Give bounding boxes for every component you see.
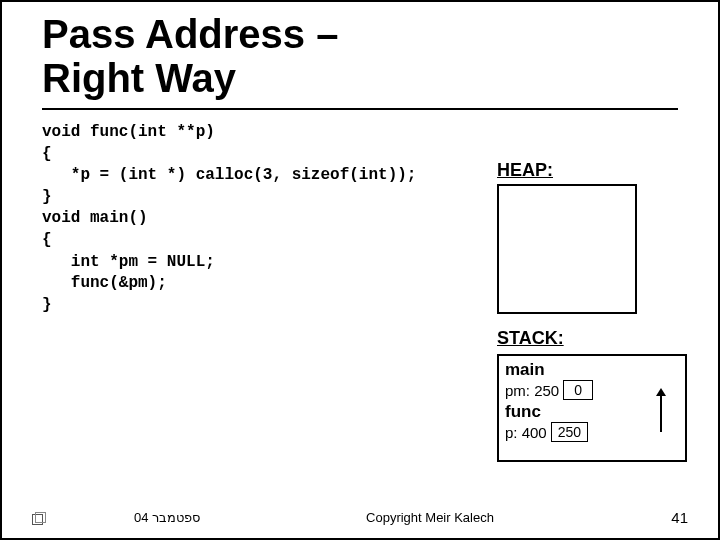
pointer-arrow: [660, 394, 662, 432]
code-line-7: func(&pm);: [42, 274, 167, 292]
frame-func-val: 250: [551, 422, 588, 442]
code-line-4: void main(): [42, 209, 148, 227]
frame-main-title: main: [505, 360, 679, 380]
code-line-2: *p = (int *) calloc(3, sizeof(int));: [42, 166, 416, 184]
frame-main-var: pm: 250: [505, 382, 563, 399]
heap-box: [497, 184, 637, 314]
frame-func-title: func: [505, 402, 679, 422]
code-line-3: }: [42, 188, 52, 206]
frame-main-val: 0: [563, 380, 593, 400]
stack-label: STACK:: [497, 328, 564, 349]
slide-title-line2: Right Way: [42, 56, 236, 100]
code-line-0: void func(int **p): [42, 123, 215, 141]
heap-label: HEAP:: [497, 160, 553, 181]
code-line-8: }: [42, 296, 52, 314]
footer: ספטמבר 04 Copyright Meir Kalech 41: [2, 509, 718, 526]
code-line-1: {: [42, 145, 52, 163]
frame-func-var: p: 400: [505, 424, 551, 441]
frame-main-row: pm: 250 0: [505, 380, 679, 400]
footer-page: 41: [628, 509, 688, 526]
code-line-6: int *pm = NULL;: [42, 253, 215, 271]
footer-date: ספטמבר 04: [32, 510, 232, 525]
frame-func-row: p: 400 250: [505, 422, 679, 442]
footer-copyright: Copyright Meir Kalech: [232, 510, 628, 525]
code-line-5: {: [42, 231, 52, 249]
stack-box: main pm: 250 0 func p: 400 250: [497, 354, 687, 462]
slide-title-line1: Pass Address –: [42, 12, 338, 56]
